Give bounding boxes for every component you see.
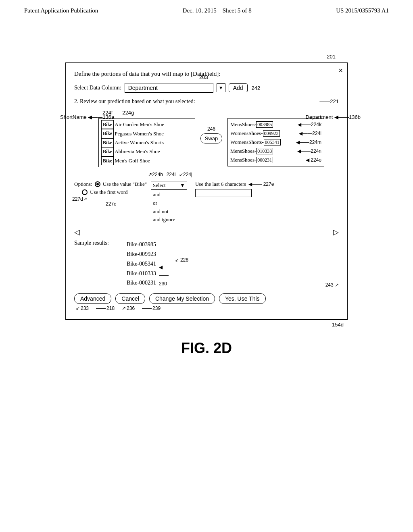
fig-label: FIG. 2D — [181, 340, 232, 357]
button-refs: ↙233 ——218 ↗236 ——239 — [74, 305, 339, 311]
select-option-and-not[interactable]: and not — [153, 208, 185, 216]
option1-label: Use the value "Bike" — [103, 181, 147, 187]
select-box[interactable]: Select ▼ — [151, 181, 187, 190]
ref-239-label: ——239 — [142, 305, 161, 311]
bottom-section: Advanced Cancel Change My Selection Yes,… — [74, 293, 339, 311]
bike-badge: Bike — [101, 129, 114, 138]
department-input[interactable] — [125, 83, 213, 93]
ref-224h: ↗224h — [148, 172, 163, 177]
options-choices-wrap: Options: Use the value "Bike" Use the fi… — [74, 181, 147, 195]
dialog-box: × Define the portions of data that you w… — [65, 62, 348, 320]
list-item: Bike Active Women's Shorts — [101, 138, 192, 147]
ref-227e: ◀—— 227e — [248, 181, 274, 187]
header-center: Dec. 10, 2015 Sheet 5 of 8 — [183, 7, 252, 14]
ref-218-label: ——218 — [96, 305, 115, 311]
select-option-and[interactable]: and — [153, 191, 185, 199]
ref-224l: ◀——224l — [299, 129, 321, 137]
last-chars-row: Use the last 6 characters ◀—— 227e — [195, 181, 274, 187]
list-item: Bike Air Garden Men's Shoe — [101, 120, 192, 129]
button-row: Advanced Cancel Change My Selection Yes,… — [74, 293, 339, 304]
select-option-or[interactable]: or — [153, 199, 185, 208]
sample-results-label: Sample results: — [74, 240, 127, 246]
sample-value: Bike-003985 — [127, 240, 156, 249]
header-right: US 2015/0355793 A1 — [336, 7, 389, 14]
option2-label: Use the first word — [90, 189, 128, 195]
select-option-and-ignore[interactable]: and ignore — [153, 216, 185, 224]
list-item: WomensShorts-005341 ◀——224m — [230, 138, 321, 147]
close-icon[interactable]: × — [338, 66, 343, 75]
radio-first-word-icon[interactable] — [82, 189, 88, 195]
sample-value: Bike-010333 — [127, 269, 156, 278]
header-left: Patent Application Publication — [24, 7, 98, 14]
advanced-button[interactable]: Advanced — [74, 293, 111, 304]
middle-area: 246 Swap — [195, 118, 227, 143]
ref-236-label: ↗236 — [122, 305, 135, 311]
list-item: MensShoes-000231 ◀ 224o — [230, 156, 321, 164]
sample-value: Bike-000231 — [127, 278, 156, 288]
dropdown-arrow-icon[interactable]: ▼ — [217, 83, 225, 92]
ref-228: ↙ 228 — [175, 256, 188, 264]
swap-button[interactable]: Swap — [200, 133, 223, 143]
sample-results-row: Sample results: Bike-003985 Bike-009923 … — [74, 240, 339, 288]
ref-224o: ◀ 224o — [306, 156, 321, 164]
ref-227d: 227d↗ — [72, 196, 87, 202]
ref-154d: 154d — [65, 322, 344, 328]
options-header: Options: Use the value "Bike" — [74, 181, 147, 187]
list-item: Bike Men's Golf Shoe — [101, 156, 192, 165]
ref-246: 246 — [207, 126, 215, 132]
right-panel: MensShoes-003985 ◀——224k WomensShoes-009… — [227, 118, 324, 166]
sample-value: Bike-005341 — [127, 259, 156, 269]
ref-221: ——221 — [319, 98, 339, 104]
option2-row: Use the first word — [74, 189, 147, 195]
data-panels: Bike Air Garden Men's Shoe Bike Pegasus … — [98, 118, 339, 167]
bike-badge: Bike — [101, 156, 114, 165]
bike-badge: Bike — [101, 120, 114, 129]
change-selection-button[interactable]: Change My Selection — [149, 293, 215, 304]
ref-230: ◀—— 230 — [159, 263, 169, 288]
add-button[interactable]: Add — [229, 83, 248, 92]
options-label: Options: — [74, 181, 92, 187]
panel-bottom-refs: ↗224h 224i ↙224j — [98, 170, 339, 179]
options-row: Options: Use the value "Bike" Use the fi… — [74, 181, 339, 225]
review-text: 2. Review our prediction based on what y… — [74, 98, 339, 105]
yes-use-this-button[interactable]: Yes, Use This — [219, 293, 266, 304]
ref-242: 242 — [252, 85, 261, 91]
ref-224g: 224g — [122, 110, 134, 116]
nav-row: ◁ ▷ — [74, 228, 339, 237]
dialog-wrapper: 201 × Define the portions of data that y… — [65, 62, 348, 328]
ref-227c: 227c — [106, 201, 116, 207]
ref-224k: ◀——224k — [298, 121, 321, 129]
ref-233-label: ↙233 — [76, 305, 89, 311]
ref-224m: ◀——224m — [296, 138, 321, 146]
select-options-list: and or and not and ignore — [151, 190, 187, 225]
list-item: MensShoes-010333 ◀——224n — [230, 147, 321, 156]
last-chars-area: Use the last 6 characters ◀—— 227e — [195, 181, 274, 197]
ref-224i: 224i — [167, 172, 176, 177]
nav-left-icon[interactable]: ◁ — [74, 228, 80, 237]
panel-wrapper: 224f 224g ShortName ◀——136a — [98, 109, 339, 179]
last-chars-label: Use the last 6 characters — [195, 181, 246, 187]
list-item: Bike Pegasus Women's Shoe — [101, 129, 192, 138]
select-label: Select Data Column: — [74, 85, 121, 91]
cancel-button[interactable]: Cancel — [115, 293, 145, 304]
list-item: Bike Abbrevia Men's Shoe — [101, 147, 192, 156]
page-header: Patent Application Publication Dec. 10, … — [0, 0, 413, 14]
ref-224j: ↙224j — [179, 172, 192, 177]
select-dropdown-area: Select ▼ and or and not and ignore — [151, 181, 187, 225]
bike-badge: Bike — [101, 138, 114, 147]
sample-values: Bike-003985 Bike-009923 Bike-005341 Bike… — [127, 240, 156, 288]
nav-right-icon[interactable]: ▷ — [333, 228, 339, 237]
radio-bike-icon[interactable] — [95, 181, 100, 187]
bike-badge: Bike — [101, 147, 114, 156]
list-item: WomensShoes-009923 ◀——224l — [230, 129, 321, 138]
ref-243: 243 ↗ — [325, 282, 339, 288]
ref-224n: ◀——224n — [297, 147, 321, 155]
sample-value: Bike-009923 — [127, 249, 156, 259]
ref-203: 203 — [199, 74, 208, 80]
ref-201: 201 — [327, 54, 336, 60]
last-chars-input[interactable] — [195, 189, 252, 197]
list-item: MensShoes-003985 ◀——224k — [230, 120, 321, 129]
left-panel: Bike Air Garden Men's Shoe Bike Pegasus … — [98, 118, 195, 167]
main-content: 201 × Define the portions of data that y… — [0, 14, 413, 357]
select-data-column-row: Select Data Column: ▼ Add 242 — [74, 83, 339, 93]
